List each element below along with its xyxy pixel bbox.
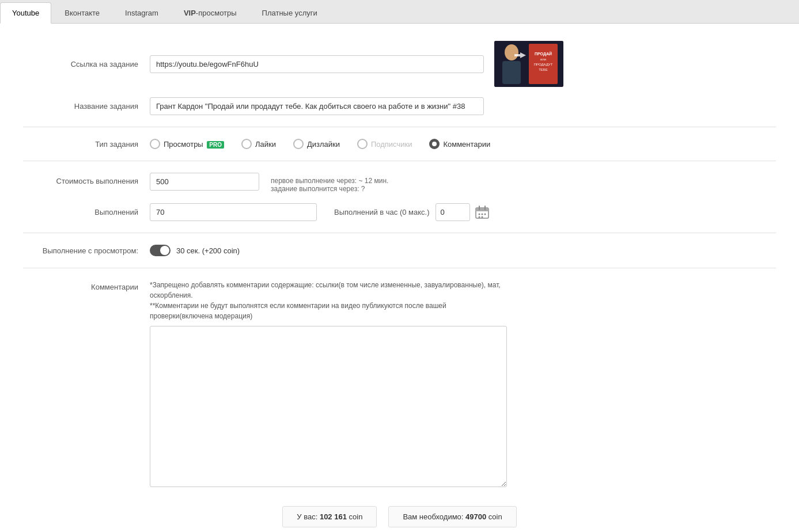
cost-input-wrap [150, 173, 259, 191]
svg-point-15 [481, 213, 483, 215]
comments-content: *Запрещено добавлять комментарии содержа… [150, 280, 507, 489]
comments-warning: *Запрещено добавлять комментарии содержа… [150, 280, 507, 321]
bottom-bar: У вас: 102 161 coin Вам необходимо: 4970… [23, 506, 776, 527]
cost-hint-line2: задание выполнится через: ? [271, 185, 388, 193]
view-duration-text: 30 сек. (+200 coin) [176, 246, 240, 255]
svg-point-6 [505, 44, 518, 60]
radio-views-label: Просмотры PRO [164, 140, 224, 149]
cost-input[interactable] [150, 173, 259, 191]
view-toggle[interactable] [150, 245, 171, 256]
svg-rect-9 [514, 54, 520, 56]
balance-value: 102 161 [320, 512, 347, 521]
radio-comments-label: Комментарии [443, 140, 490, 149]
radio-comments[interactable]: Комментарии [429, 139, 490, 149]
tabs-bar: Youtube Вконтакте Instagram VIP-просмотр… [0, 0, 799, 24]
need-value: 49700 [465, 512, 486, 521]
svg-rect-7 [502, 61, 521, 84]
svg-point-14 [478, 213, 480, 215]
svg-text:ПРОДАЙ: ПРОДАЙ [535, 51, 552, 56]
svg-point-17 [478, 216, 480, 218]
executions-input[interactable] [150, 203, 317, 221]
task-type-row: Тип задания Просмотры PRO Лайки Дизлайки… [23, 139, 776, 149]
balance-suffix: coin [349, 512, 363, 521]
need-box: Вам необходимо: 49700 coin [388, 506, 516, 527]
svg-text:ТЕБЕ: ТЕБЕ [539, 68, 548, 71]
tab-instagram[interactable]: Instagram [113, 2, 171, 23]
name-input[interactable] [150, 97, 484, 115]
video-thumbnail: ПРОДАЙ или ПРОДАДУТ ТЕБЕ [494, 41, 563, 87]
radio-dislikes-circle [293, 139, 304, 149]
radio-likes-circle [241, 139, 252, 149]
executions-row: Выполнений Выполнений в час (0 макс.) [23, 203, 776, 221]
link-row: Ссылка на задание ПРОДАЙ или ПРОДАДУТ ТЕ… [23, 41, 776, 87]
radio-dislikes-label: Дизлайки [307, 140, 340, 149]
radio-dislikes[interactable]: Дизлайки [293, 139, 340, 149]
need-suffix: coin [489, 512, 502, 521]
comments-textarea[interactable] [150, 326, 507, 487]
comments-row: Комментарии *Запрещено добавлять коммент… [23, 280, 776, 489]
balance-box: У вас: 102 161 coin [282, 506, 377, 527]
thumbnail-image: ПРОДАЙ или ПРОДАДУТ ТЕБЕ [494, 41, 563, 87]
link-input[interactable] [150, 55, 484, 73]
divider-2 [23, 161, 776, 161]
cost-hint: первое выполнение через: ~ 12 мин. задан… [271, 173, 388, 193]
task-type-radio-group: Просмотры PRO Лайки Дизлайки Подписчики … [150, 139, 490, 149]
comments-warning-2: **Комментарии не будут выполнятся если к… [150, 301, 507, 321]
tab-vip[interactable]: VIP-просмотры [172, 2, 249, 23]
comments-label: Комментарии [23, 280, 150, 291]
svg-point-18 [481, 216, 483, 218]
per-hour-label: Выполнений в час (0 макс.) [334, 208, 430, 216]
radio-views[interactable]: Просмотры PRO [150, 139, 224, 149]
divider-1 [23, 127, 776, 127]
task-type-label: Тип задания [23, 140, 150, 149]
executions-label: Выполнений [23, 208, 150, 216]
balance-label: У вас: [297, 512, 317, 521]
tab-paid[interactable]: Платные услуги [250, 2, 330, 23]
radio-likes[interactable]: Лайки [241, 139, 276, 149]
radio-subscribers-circle [357, 139, 368, 149]
cost-label: Стоимость выполнения [23, 173, 150, 185]
need-label: Вам необходимо: [403, 512, 463, 521]
radio-views-circle [150, 139, 160, 149]
name-row: Название задания [23, 97, 776, 115]
divider-4 [23, 268, 776, 268]
svg-text:или: или [540, 58, 546, 61]
link-label: Ссылка на задание [23, 60, 150, 69]
name-label: Название задания [23, 102, 150, 111]
svg-text:ПРОДАДУТ: ПРОДАДУТ [534, 63, 553, 66]
view-label: Выполнение с просмотром: [23, 246, 150, 255]
svg-rect-11 [476, 208, 489, 211]
view-row: Выполнение с просмотром: 30 сек. (+200 c… [23, 245, 776, 256]
cost-hint-line1: первое выполнение через: ~ 12 мин. [271, 177, 388, 185]
svg-point-16 [484, 213, 486, 215]
radio-subscribers[interactable]: Подписчики [357, 139, 412, 149]
radio-subscribers-label: Подписчики [371, 140, 412, 149]
view-toggle-knob [160, 246, 169, 255]
tab-vkontakte[interactable]: Вконтакте [52, 2, 112, 23]
radio-comments-circle [429, 139, 440, 149]
tab-youtube[interactable]: Youtube [0, 2, 51, 24]
cost-row: Стоимость выполнения первое выполнение ч… [23, 173, 776, 193]
radio-likes-label: Лайки [255, 140, 276, 149]
main-content: Ссылка на задание ПРОДАЙ или ПРОДАДУТ ТЕ… [0, 24, 799, 532]
per-hour-input[interactable] [436, 203, 470, 221]
calendar-icon[interactable] [474, 204, 491, 221]
comments-warning-1: *Запрещено добавлять комментарии содержа… [150, 280, 507, 301]
divider-3 [23, 233, 776, 233]
